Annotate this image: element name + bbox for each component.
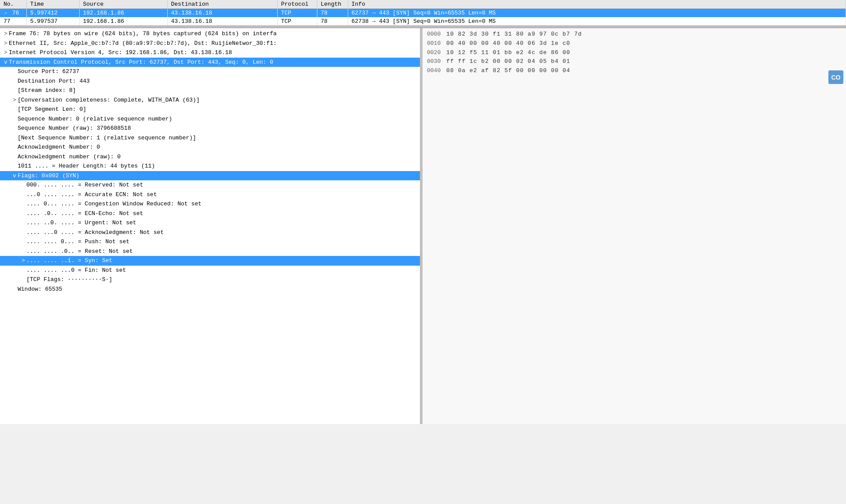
detail-row[interactable]: > Ethernet II, Src: Apple_0c:b7:7d (80:a… [0,39,420,48]
expand-icon[interactable]: > [3,48,9,57]
expand-icon[interactable]: v [11,172,18,180]
detail-row[interactable]: .... ...0 .... = Acknowledgment: Not set [0,228,420,237]
col-no[interactable]: No. [0,0,26,9]
hex-offset: 0030 [427,57,443,66]
detail-text: Sequence Number: 0 (relative sequence nu… [18,116,172,122]
detail-pane: > Frame 76: 78 bytes on wire (624 bits),… [0,28,423,424]
hex-offset: 0000 [427,30,443,39]
detail-row[interactable]: ...0 .... .... = Accurate ECN: Not set [0,190,420,200]
detail-row[interactable]: .... ..0. .... = Urgent: Not set [0,218,420,228]
detail-row[interactable]: v Transmission Control Protocol, Src Por… [0,58,420,67]
hex-bytes: 08 0a e2 af 82 5f 00 00 00 00 04 [446,66,578,76]
expand-icon[interactable]: > [3,29,9,38]
expand-icon[interactable]: v [3,58,9,67]
table-row[interactable]: 775.997537192.168.1.8643.138.16.18TCP786… [0,17,846,26]
detail-text: Flags: 0x002 (SYN) [18,172,79,179]
user-avatar[interactable]: CO [828,70,843,84]
detail-row[interactable]: Acknowledgment Number: 0 [0,142,420,152]
detail-row[interactable]: [TCP Segment Len: 0] [0,105,420,114]
col-source[interactable]: Source [79,0,167,9]
hex-bytes: 10 82 3d 30 f1 31 80 a9 97 0c b7 7d [446,30,582,39]
detail-text: Sequence Number (raw): 3796688518 [18,125,131,131]
col-destination[interactable]: Destination [167,0,277,9]
hex-pane: 000010 82 3d 30 f1 31 80 a9 97 0c b7 7d0… [423,28,846,424]
hex-offset: 0020 [427,48,443,58]
detail-row[interactable]: 000. .... .... = Reserved: Not set [0,180,420,190]
detail-text: Internet Protocol Version 4, Src: 192.16… [9,49,232,56]
detail-row[interactable]: .... .0.. .... = ECN-Echo: Not set [0,209,420,219]
detail-text: [Next Sequence Number: 1 (relative seque… [18,135,196,141]
detail-text: Ethernet II, Src: Apple_0c:b7:7d (80:a9:… [9,40,277,47]
expand-icon[interactable]: > [20,256,26,265]
detail-text: [TCP Flags: ··········S·] [26,276,112,283]
detail-text: .... .... ..1. = Syn: Set [26,257,112,264]
detail-row[interactable]: > .... .... ..1. = Syn: Set [0,256,420,266]
detail-row[interactable]: .... .... 0... = Push: Not set [0,237,420,247]
col-info[interactable]: Info [348,0,846,9]
detail-text: [Stream index: 8] [18,87,76,94]
detail-row[interactable]: > Frame 76: 78 bytes on wire (624 bits),… [0,29,420,39]
packet-table: No. Time Source Destination Protocol Len… [0,0,846,26]
detail-text: .... .... 0... = Push: Not set [26,238,129,245]
hex-bytes: 10 12 f5 11 01 bb e2 4c de 86 00 [446,48,578,58]
hex-row: 000010 82 3d 30 f1 31 80 a9 97 0c b7 7d [427,30,842,39]
col-time[interactable]: Time [26,0,79,9]
detail-text: Acknowledgment Number: 0 [18,144,100,150]
detail-row[interactable]: [TCP Flags: ··········S·] [0,275,420,285]
detail-text: 1011 .... = Header Length: 44 bytes (11) [18,163,155,169]
detail-text: ...0 .... .... = Accurate ECN: Not set [26,191,157,198]
detail-text: [Conversation completeness: Complete, WI… [18,97,199,103]
detail-text: .... ..0. .... = Urgent: Not set [26,219,136,226]
hex-offset: 0040 [427,66,443,76]
detail-text: Acknowledgment number (raw): 0 [18,153,121,160]
detail-row[interactable]: Window: 65535 [0,285,420,294]
detail-row[interactable]: Destination Port: 443 [0,77,420,86]
table-row[interactable]: ⌐ 765.997412192.168.1.8643.138.16.18TCP7… [0,9,846,18]
expand-icon[interactable]: > [11,96,18,105]
hex-bytes: 00 40 00 00 40 00 40 06 3d 1e c0 [446,39,578,48]
detail-row[interactable]: Sequence Number (raw): 3796688518 [0,124,420,133]
detail-text: .... 0... .... = Congestion Window Reduc… [26,201,202,207]
detail-row[interactable]: v Flags: 0x002 (SYN) [0,171,420,181]
detail-text: .... .0.. .... = ECN-Echo: Not set [26,210,143,217]
detail-row[interactable]: > Internet Protocol Version 4, Src: 192.… [0,48,420,58]
detail-row[interactable]: [Stream index: 8] [0,86,420,95]
expand-icon[interactable]: > [3,39,9,48]
detail-row[interactable]: .... .... .0.. = Reset: Not set [0,247,420,256]
detail-text: Window: 65535 [18,286,62,292]
detail-row[interactable]: .... .... ...0 = Fin: Not set [0,266,420,275]
hex-offset: 0010 [427,39,443,48]
detail-row[interactable]: [Next Sequence Number: 1 (relative seque… [0,133,420,143]
detail-row[interactable]: Source Port: 62737 [0,67,420,77]
detail-text: Source Port: 62737 [18,68,79,75]
detail-text: .... ...0 .... = Acknowledgment: Not set [26,229,164,236]
col-protocol[interactable]: Protocol [277,0,317,9]
detail-text: Transmission Control Protocol, Src Port:… [9,59,273,66]
detail-row[interactable]: 1011 .... = Header Length: 44 bytes (11) [0,161,420,171]
hex-row: 004008 0a e2 af 82 5f 00 00 00 00 04 [427,66,842,76]
detail-text: [TCP Segment Len: 0] [18,106,86,113]
detail-row[interactable]: Sequence Number: 0 (relative sequence nu… [0,114,420,124]
detail-text: Frame 76: 78 bytes on wire (624 bits), 7… [9,30,277,37]
hex-bytes: ff ff 1c b2 00 00 02 04 05 b4 01 [446,57,578,66]
detail-text: .... .... .0.. = Reset: Not set [26,248,133,255]
hex-row: 0030ff ff 1c b2 00 00 02 04 05 b4 01 [427,57,842,66]
col-length[interactable]: Length [317,0,348,9]
detail-text: Destination Port: 443 [18,78,90,84]
detail-text: .... .... ...0 = Fin: Not set [26,267,126,274]
hex-row: 001000 40 00 00 40 00 40 06 3d 1e c0 [427,39,842,48]
detail-row[interactable]: .... 0... .... = Congestion Window Reduc… [0,199,420,209]
detail-text: 000. .... .... = Reserved: Not set [26,182,143,188]
detail-row[interactable]: > [Conversation completeness: Complete, … [0,95,420,105]
hex-row: 002010 12 f5 11 01 bb e2 4c de 86 00 [427,48,842,58]
detail-row[interactable]: Acknowledgment number (raw): 0 [0,152,420,162]
